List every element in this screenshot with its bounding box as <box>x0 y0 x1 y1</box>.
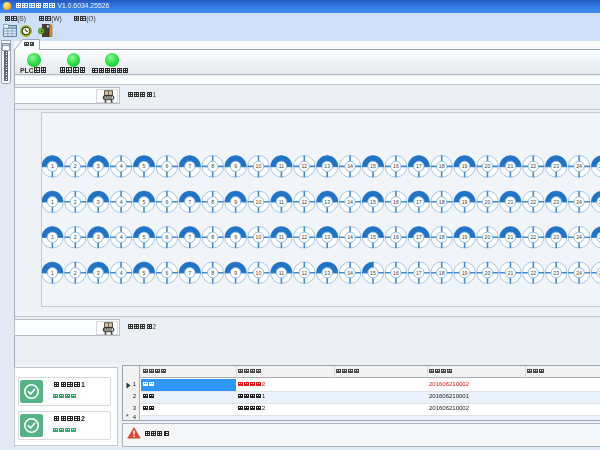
svg-text:3: 3 <box>97 163 100 169</box>
svg-text:5: 5 <box>143 199 146 205</box>
svg-text:2: 2 <box>74 163 77 169</box>
svg-text:23: 23 <box>553 199 559 205</box>
svg-text:4: 4 <box>120 234 123 240</box>
svg-text:8: 8 <box>211 199 214 205</box>
svg-text:9: 9 <box>234 234 237 240</box>
svg-text:21: 21 <box>508 199 514 205</box>
svg-text:16: 16 <box>393 163 399 169</box>
svg-text:18: 18 <box>439 234 445 240</box>
svg-text:3: 3 <box>97 199 100 205</box>
svg-text:24: 24 <box>576 234 582 240</box>
svg-text:19: 19 <box>462 234 468 240</box>
svg-text:5: 5 <box>143 234 146 240</box>
svg-text:21: 21 <box>508 163 514 169</box>
svg-text:18: 18 <box>439 199 445 205</box>
svg-text:12: 12 <box>301 163 307 169</box>
svg-text:23: 23 <box>553 234 559 240</box>
svg-text:19: 19 <box>462 199 468 205</box>
svg-text:1: 1 <box>51 163 54 169</box>
svg-text:5: 5 <box>143 270 146 276</box>
svg-text:21: 21 <box>508 270 514 276</box>
svg-text:15: 15 <box>370 163 376 169</box>
svg-text:23: 23 <box>553 270 559 276</box>
svg-text:7: 7 <box>188 163 191 169</box>
svg-text:6: 6 <box>165 270 168 276</box>
svg-text:20: 20 <box>485 163 491 169</box>
svg-text:17: 17 <box>416 199 422 205</box>
svg-text:2: 2 <box>74 199 77 205</box>
svg-text:2: 2 <box>74 234 77 240</box>
svg-text:14: 14 <box>347 234 353 240</box>
svg-text:6: 6 <box>165 163 168 169</box>
svg-text:11: 11 <box>279 199 284 205</box>
svg-text:10: 10 <box>256 270 262 276</box>
svg-text:15: 15 <box>370 270 376 276</box>
svg-text:17: 17 <box>416 163 422 169</box>
svg-text:4: 4 <box>120 270 123 276</box>
svg-text:6: 6 <box>165 199 168 205</box>
svg-text:19: 19 <box>462 270 468 276</box>
svg-text:21: 21 <box>508 234 514 240</box>
svg-text:18: 18 <box>439 270 445 276</box>
svg-text:11: 11 <box>279 234 284 240</box>
svg-text:14: 14 <box>347 270 353 276</box>
svg-text:10: 10 <box>256 234 262 240</box>
svg-text:1: 1 <box>51 199 54 205</box>
svg-text:5: 5 <box>143 163 146 169</box>
svg-text:10: 10 <box>256 199 262 205</box>
svg-text:4: 4 <box>120 163 123 169</box>
svg-text:1: 1 <box>51 270 54 276</box>
svg-text:9: 9 <box>234 163 237 169</box>
svg-text:9: 9 <box>234 270 237 276</box>
svg-text:22: 22 <box>530 270 536 276</box>
svg-text:8: 8 <box>211 234 214 240</box>
svg-text:14: 14 <box>347 199 353 205</box>
svg-text:8: 8 <box>211 270 214 276</box>
svg-text:7: 7 <box>188 270 191 276</box>
svg-text:9: 9 <box>234 199 237 205</box>
svg-text:12: 12 <box>301 270 307 276</box>
svg-text:17: 17 <box>416 234 422 240</box>
svg-text:11: 11 <box>279 163 284 169</box>
svg-text:11: 11 <box>279 270 284 276</box>
svg-text:24: 24 <box>576 163 582 169</box>
svg-text:16: 16 <box>393 234 399 240</box>
svg-text:19: 19 <box>462 163 468 169</box>
svg-text:6: 6 <box>165 234 168 240</box>
svg-text:7: 7 <box>188 234 191 240</box>
svg-text:3: 3 <box>97 270 100 276</box>
svg-text:4: 4 <box>120 199 123 205</box>
svg-text:12: 12 <box>301 234 307 240</box>
svg-text:15: 15 <box>370 234 376 240</box>
svg-text:24: 24 <box>576 270 582 276</box>
svg-text:2: 2 <box>74 270 77 276</box>
svg-text:24: 24 <box>576 199 582 205</box>
svg-text:8: 8 <box>211 163 214 169</box>
svg-text:7: 7 <box>188 199 191 205</box>
svg-text:23: 23 <box>553 163 559 169</box>
svg-text:22: 22 <box>530 234 536 240</box>
svg-text:13: 13 <box>324 199 330 205</box>
svg-text:20: 20 <box>485 199 491 205</box>
svg-text:16: 16 <box>393 199 399 205</box>
svg-text:22: 22 <box>530 199 536 205</box>
svg-text:1: 1 <box>51 234 54 240</box>
svg-text:13: 13 <box>324 270 330 276</box>
svg-text:20: 20 <box>485 270 491 276</box>
svg-text:10: 10 <box>256 163 262 169</box>
svg-text:13: 13 <box>324 234 330 240</box>
svg-text:17: 17 <box>416 270 422 276</box>
svg-text:14: 14 <box>347 163 353 169</box>
svg-text:16: 16 <box>393 270 399 276</box>
svg-text:13: 13 <box>324 163 330 169</box>
svg-text:3: 3 <box>97 234 100 240</box>
svg-text:12: 12 <box>301 199 307 205</box>
svg-text:22: 22 <box>530 163 536 169</box>
svg-text:20: 20 <box>485 234 491 240</box>
svg-text:18: 18 <box>439 163 445 169</box>
svg-text:15: 15 <box>370 199 376 205</box>
